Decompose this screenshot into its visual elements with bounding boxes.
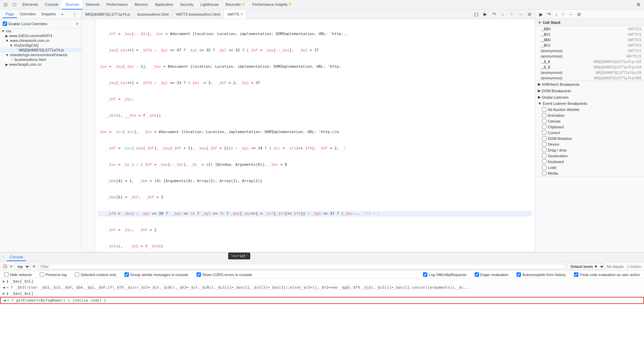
call-item-8[interactable]: (anonymous) IM0jQktM6FSQ.6771a74.js:59 (535, 70, 644, 75)
bp-control[interactable]: Control (535, 130, 644, 135)
bp-canvas-checkbox[interactable] (542, 119, 546, 123)
sources-menu-icon[interactable]: ⋮ (70, 10, 79, 18)
tree-item-businessAnnc[interactable]: 📄 businessAnnc.html (0, 57, 81, 62)
option-autocomplete[interactable]: Autocomplete from history (516, 272, 566, 277)
call-item-1[interactable]: ._$h3 VM775:5 (535, 32, 644, 37)
event-breakpoints-header[interactable]: ▼ Event Listener Breakpoints (535, 100, 644, 107)
tree-item-fangdi[interactable]: ▶ www.fangdi.com.cn (0, 62, 81, 67)
dbg-resume-button[interactable]: ▶ (538, 11, 544, 18)
tab-elements[interactable]: Elements (19, 0, 41, 10)
entry-arrow-3[interactable]: ◀ (3, 298, 6, 303)
enable-overrides-checkbox[interactable] (3, 21, 7, 26)
bp-device[interactable]: Device (535, 141, 644, 147)
option-treat-code-checkbox[interactable] (574, 272, 578, 277)
editor-format-icon[interactable]: { } (472, 10, 480, 18)
bp-geolocation[interactable]: Geolocation (535, 153, 644, 159)
call-item-7[interactable]: ._$_$ IM0jQktM6FSQ.6771a74.js:164 (535, 64, 644, 70)
tree-item-xxx[interactable]: ▼ xxx (0, 29, 81, 33)
console-filter-input[interactable] (38, 264, 565, 269)
bp-canvas[interactable]: Canvas (535, 118, 644, 124)
console-tab-console[interactable]: Console (7, 254, 26, 261)
console-context-select[interactable]: top (15, 263, 30, 270)
editor-tab-businessAnnc[interactable]: businessAnnc.html (134, 10, 172, 19)
console-level-select[interactable]: Default levels ▼ (567, 263, 605, 270)
dbg-step-out-button[interactable]: ↑ (560, 11, 565, 18)
settings-icon[interactable]: ⚙ (634, 1, 643, 9)
editor-tab-VM773[interactable]: VM773 businessAnnc.html (172, 10, 224, 19)
option-log-xml[interactable]: Log XMLHttpRequests (423, 272, 467, 277)
editor-deactivate-icon[interactable]: ⊘ (525, 10, 533, 18)
bp-media-checkbox[interactable] (542, 171, 546, 175)
tab-application[interactable]: Application (152, 0, 177, 10)
bp-device-checkbox[interactable] (542, 142, 546, 146)
console-entry-1[interactable]: ◀ < f _$h3(){var _$h3,_$cS,_$bV,_$bk,_$g… (0, 285, 644, 291)
option-eager-eval[interactable]: Eager evaluation (475, 272, 509, 277)
option-eager-eval-checkbox[interactable] (475, 272, 479, 277)
bp-ad-auction-checkbox[interactable] (542, 107, 546, 112)
tab-network[interactable]: Network (83, 0, 103, 10)
editor-step-over-icon[interactable]: ↷ (490, 10, 498, 18)
option-selected-context-checkbox[interactable] (75, 272, 79, 277)
bp-clipboard[interactable]: Clipboard (535, 124, 644, 130)
xhr-breakpoints-header[interactable]: ▶ XHR/fetch Breakpoints (535, 81, 644, 87)
call-stack-header[interactable]: ▼ Call Stack (535, 19, 644, 26)
enable-overrides-label[interactable]: Enable Local Overrides (3, 21, 47, 26)
option-log-xml-checkbox[interactable] (423, 272, 427, 277)
bp-clipboard-checkbox[interactable] (542, 125, 546, 129)
editor-tab-VM775[interactable]: VM775 ✕ (224, 10, 247, 19)
call-item-0[interactable]: ._$$N VM775:5 (535, 26, 644, 32)
option-autocomplete-checkbox[interactable] (516, 272, 521, 277)
bp-load-checkbox[interactable] (542, 165, 546, 170)
option-show-cors-checkbox[interactable] (197, 272, 201, 277)
entry-arrow-1[interactable]: ◀ (3, 285, 5, 290)
bp-animation[interactable]: Animation (535, 112, 644, 118)
tree-item-www10010[interactable]: ▶ www.10010.com/net5/074 (0, 33, 81, 38)
tab-performance-insights[interactable]: Performance insights ⚡ (249, 0, 295, 10)
editor-step-out-icon[interactable]: ↑ (508, 10, 516, 18)
call-item-9[interactable]: (anonymous) IM0jQktM6FSQ.6771a74.js:689 (535, 75, 644, 81)
bp-load[interactable]: Load (535, 164, 644, 170)
editor-step-into-icon[interactable]: ↓ (499, 10, 507, 18)
bp-keyboard[interactable]: Keyboard (535, 159, 644, 164)
src-tab-overrides[interactable]: Overrides (17, 11, 39, 18)
editor-step-icon[interactable]: → (516, 10, 525, 18)
option-hide-network-checkbox[interactable] (4, 272, 9, 277)
call-item-3[interactable]: ._$h3 VM775:5 (535, 43, 644, 48)
bp-control-checkbox[interactable] (542, 130, 546, 135)
tree-item-IM0jQktM6FSQ[interactable]: 📄 IM0jQktM6FSQ.6771a74.js (0, 48, 81, 52)
bp-animation-checkbox[interactable] (542, 113, 546, 117)
console-block-button[interactable]: ⊘ (10, 264, 13, 269)
call-item-4[interactable]: (anonymous) VM775:5 (535, 48, 644, 53)
console-clear-button[interactable]: 🚫 (3, 264, 7, 269)
tab-memory[interactable]: Memory (131, 0, 152, 10)
src-tab-more[interactable]: » (58, 11, 66, 18)
tab-console[interactable]: Console (41, 0, 62, 10)
tree-item-newsite[interactable]: ▼ newsite/cgs-services/stockFinance (0, 52, 81, 57)
console-drag-icon[interactable]: ⁞ (3, 255, 4, 259)
option-show-cors[interactable]: Show CORS errors in console (197, 272, 252, 277)
console-output[interactable]: ▶ ❯ _$av[_$cL] ◀ < f _$h3(){var _$h3,_$c… (0, 278, 644, 337)
global-listeners-header[interactable]: ▶ Global Listeners (535, 94, 644, 100)
tab-lighthouse[interactable]: Lighthouse (197, 0, 222, 10)
tab-performance[interactable]: Performance (103, 0, 131, 10)
option-group-similar[interactable]: Group similar messages in console (124, 272, 188, 277)
src-tab-page[interactable]: Page (3, 11, 17, 18)
option-preserve-log[interactable]: Preserve log (40, 272, 67, 277)
dbg-step-over-button[interactable]: ↷ (546, 11, 553, 18)
tree-item-iXxZon[interactable]: ▼ iXxZonSlgCbQ (0, 43, 81, 48)
entry-arrow-2[interactable]: ▶ (3, 291, 5, 296)
bp-drag-drop[interactable]: Drag / drop (535, 147, 644, 153)
src-tab-snippets[interactable]: Snippets (38, 11, 58, 18)
call-item-5[interactable]: (anonymous) VM775:21 (535, 53, 644, 59)
dbg-deactivate-button[interactable]: ⊘ (576, 11, 582, 18)
entry-arrow-0[interactable]: ▶ (3, 279, 5, 284)
console-entry-2[interactable]: ▶ ❯ _$av[_$cL] (0, 291, 644, 297)
bp-drag-drop-checkbox[interactable] (542, 148, 546, 152)
option-selected-context[interactable]: Selected context only (75, 272, 116, 277)
bp-geolocation-checkbox[interactable] (542, 154, 546, 158)
tab-security[interactable]: Security (176, 0, 197, 10)
call-item-6[interactable]: ._$_$ IM0jQktM6FSQ.6771a74.js:192 (535, 59, 644, 64)
tree-item-chinastock[interactable]: ▼ www.chinastock.com.cn (0, 38, 81, 43)
editor-tab-IM0jQktM6FSQ[interactable]: IM0jQktM6FSQ.6771a74.js (82, 10, 134, 19)
option-group-similar-checkbox[interactable] (124, 272, 129, 277)
